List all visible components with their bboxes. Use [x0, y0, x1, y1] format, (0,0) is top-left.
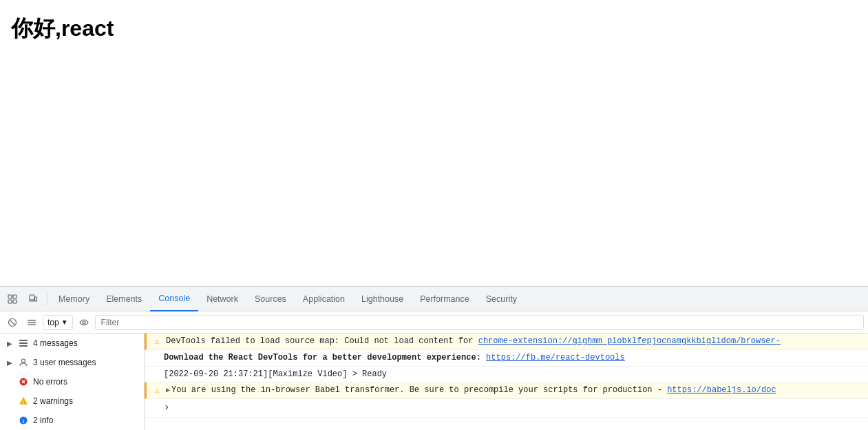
error-icon — [18, 376, 29, 387]
device-toolbar-icon[interactable] — [23, 289, 43, 309]
expand-arrow-icon: ▶ — [6, 339, 14, 347]
svg-line-8 — [10, 320, 14, 325]
svg-text:i: i — [23, 418, 24, 424]
devtools-tab-bar: Memory Elements Console Network Sources … — [0, 287, 868, 311]
inspect-element-icon[interactable] — [3, 289, 22, 309]
warning-icon: ! — [18, 396, 29, 407]
tab-console[interactable]: Console — [150, 287, 198, 311]
devtools-body: ▶ 4 messages ▶ — [0, 334, 868, 430]
warnings-label: 2 warnings — [33, 396, 138, 406]
svg-rect-15 — [19, 345, 28, 347]
sidebar-item-user-messages[interactable]: ▶ 3 user messages — [0, 353, 144, 372]
console-messages-panel: ⚠ DevTools failed to load source map: Co… — [145, 334, 868, 430]
user-icon — [18, 357, 29, 368]
console-message-4: ⚠ ▶You are using the in-browser Babel tr… — [145, 382, 868, 399]
clear-console-icon[interactable] — [4, 314, 21, 331]
svg-rect-2 — [8, 300, 12, 303]
svg-point-16 — [22, 359, 25, 362]
console-message-5-text: › — [164, 401, 862, 415]
tab-separator — [47, 292, 47, 306]
svg-text:!: ! — [22, 400, 23, 405]
eye-icon[interactable] — [76, 314, 92, 331]
tab-memory[interactable]: Memory — [50, 287, 98, 311]
warning-msg-icon-2: ⚠ — [152, 385, 162, 395]
console-message-1: ⚠ DevTools failed to load source map: Co… — [145, 334, 868, 350]
sidebar-item-warnings[interactable]: ▶ ! 2 warnings — [0, 391, 144, 411]
tab-sources[interactable]: Sources — [246, 287, 295, 311]
svg-rect-10 — [28, 322, 36, 323]
svg-point-12 — [83, 321, 85, 324]
warning-msg-icon: ⚠ — [152, 336, 162, 346]
svg-rect-14 — [19, 342, 28, 344]
user-messages-label: 3 user messages — [33, 358, 138, 367]
svg-rect-0 — [8, 295, 12, 298]
info-icon: i — [18, 415, 29, 426]
console-sidebar: ▶ 4 messages ▶ — [0, 334, 145, 430]
devtools-panel: Memory Elements Console Network Sources … — [0, 286, 868, 430]
svg-rect-4 — [30, 295, 34, 301]
tab-lighthouse[interactable]: Lighthouse — [353, 287, 412, 311]
console-message-3: [2022-09-20 21:37:21][Maximize Video] > … — [145, 367, 868, 383]
svg-rect-11 — [28, 324, 36, 325]
filter-input[interactable] — [95, 315, 864, 330]
console-message-1-text: DevTools failed to load source map: Coul… — [166, 336, 862, 347]
console-settings-icon[interactable] — [23, 314, 40, 331]
console-message-5: › — [145, 399, 868, 418]
svg-rect-3 — [13, 300, 17, 303]
svg-rect-9 — [28, 320, 36, 321]
svg-rect-5 — [35, 297, 37, 301]
sidebar-item-info[interactable]: ▶ i 2 info — [0, 411, 144, 430]
expand-arrow-icon: ▶ — [6, 358, 14, 367]
expand-caret[interactable]: › — [164, 402, 169, 413]
babel-expand-arrow[interactable]: ▶ — [166, 387, 170, 394]
context-value: top — [47, 318, 59, 327]
tab-elements[interactable]: Elements — [98, 287, 150, 311]
tab-performance[interactable]: Performance — [412, 287, 478, 311]
console-message-4-text: ▶You are using the in-browser Babel tran… — [166, 385, 862, 396]
chevron-down-icon: ▼ — [61, 318, 68, 326]
sidebar-item-errors[interactable]: ▶ No errors — [0, 372, 144, 391]
react-devtools-link[interactable]: https://fb.me/react-devtools — [486, 353, 625, 362]
source-map-link[interactable]: chrome-extension://gighmm piobklfepjocna… — [478, 336, 781, 346]
console-message-2-text: Download the React DevTools for a better… — [164, 352, 862, 364]
list-icon — [18, 338, 29, 349]
page-title: 你好,react — [11, 14, 857, 44]
tab-security[interactable]: Security — [478, 287, 525, 311]
console-message-3-text: [2022-09-20 21:37:21][Maximize Video] > … — [164, 369, 862, 380]
no-errors-label: No errors — [33, 377, 138, 387]
svg-rect-13 — [19, 340, 28, 341]
all-messages-label: 4 messages — [33, 338, 138, 348]
console-toolbar: top ▼ — [0, 311, 868, 334]
info-label: 2 info — [33, 416, 138, 425]
context-selector[interactable]: top ▼ — [43, 315, 73, 330]
console-message-2: Download the React DevTools for a better… — [145, 350, 868, 367]
page-content: 你好,react — [0, 0, 868, 286]
tab-application[interactable]: Application — [295, 287, 353, 311]
svg-rect-1 — [13, 295, 17, 298]
babeljs-link[interactable]: https://babeljs.io/doc — [667, 385, 776, 395]
tab-network[interactable]: Network — [198, 287, 246, 311]
sidebar-item-all-messages[interactable]: ▶ 4 messages — [0, 334, 144, 353]
